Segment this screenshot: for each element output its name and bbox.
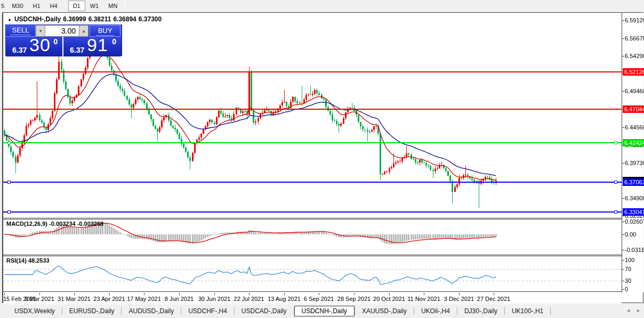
date-label: 11 Nov 2021 <box>405 296 442 302</box>
chart-tab-xauusd-daily[interactable]: XAUUSD-,Daily <box>355 306 414 316</box>
date-label: 30 Jun 2021 <box>196 296 233 302</box>
time-tick-mark <box>109 293 110 295</box>
arrow-up-icon: ▲ <box>82 29 86 34</box>
sell-price-small: 6.37 <box>12 46 27 54</box>
arrow-down-icon: ▼ <box>38 29 43 34</box>
axis-tick-mark <box>622 250 624 250</box>
collapse-arrow-icon[interactable]: ▲ <box>7 17 12 22</box>
buy-price-sup: 0 <box>112 37 116 46</box>
time-tick-mark <box>459 293 460 295</box>
rsi-tick-label: 0 <box>625 286 628 293</box>
axis-tick-mark <box>622 216 624 216</box>
axis-tick-mark <box>622 20 624 21</box>
axis-tick-mark <box>622 234 624 235</box>
price-tick-label: 6.59120 <box>625 17 644 24</box>
chart-tab-usdchf-h4[interactable]: USDCHF-,H4 <box>181 306 234 316</box>
buy-price-display[interactable]: 6.37 91 0 <box>63 37 121 56</box>
chart-tab-usdcnh-daily[interactable]: USDCNH-,Daily <box>294 306 355 316</box>
timeframe-button-m30[interactable]: M30 <box>7 1 28 11</box>
chart-tab-usdx-weekly[interactable]: USDX,Weekly <box>7 306 62 316</box>
rsi-tick-label: 100 <box>625 257 634 264</box>
price-tick-label: 6.34900 <box>625 195 644 202</box>
ohlc-low: 6.36894 <box>113 15 136 23</box>
chart-tab-uk100-h1[interactable]: UK100-,H1 <box>505 306 550 316</box>
buy-price-big: 91 <box>87 35 108 55</box>
time-tick-mark <box>249 293 249 295</box>
price-axis[interactable]: 6.591206.566706.542906.518406.494606.445… <box>622 13 643 292</box>
ohlc-open: 6.36999 <box>63 15 86 23</box>
pane-separator <box>3 291 643 292</box>
axis-tick-mark <box>622 289 624 290</box>
price-tick-label: 6.49460 <box>625 88 644 95</box>
one-click-trading-panel: SELL ▼ ▲ BUY 6.37 30 0 6.37 91 0 <box>5 25 122 56</box>
chart-tab-ukoil-h4[interactable]: UKOil-,H4 <box>414 306 457 316</box>
hline-price-label: 6.42424 <box>623 139 644 146</box>
hline-price-label: 6.33041 <box>623 208 644 216</box>
macd-label: MACD(12,26,9) -0.003234 -0.003268 <box>6 221 103 227</box>
time-tick-mark <box>424 293 424 295</box>
date-label: 20 Oct 2021 <box>371 296 408 302</box>
axis-tick-mark <box>622 38 624 39</box>
date-label: 6 Sep 2021 <box>300 296 337 302</box>
chart-title: ▲USDCNH-,Daily6.369996.382116.368946.373… <box>7 15 164 23</box>
tab-scroll-right-icon[interactable]: ► <box>636 308 641 313</box>
time-tick-mark <box>39 293 40 295</box>
timeframe-button-h4[interactable]: H4 <box>45 1 62 11</box>
macd-tick-label: -0.03187 <box>625 247 644 254</box>
chart-tab-bar: USDX,WeeklyEURUSD-,DailyAUDUSD-,DailyUSD… <box>0 304 644 318</box>
tab-divider <box>550 307 551 315</box>
date-label: 28 Sep 2021 <box>335 296 373 302</box>
hline-price-label: 6.37063 <box>623 178 644 186</box>
toolbar-separator <box>65 2 66 10</box>
sell-price-sup: 0 <box>53 37 58 46</box>
timeframe-toolbar: 5M30H1H4D1W1MN <box>0 0 644 12</box>
date-label: 27 Dec 2021 <box>475 296 512 302</box>
hline-price-label: 6.52126 <box>623 68 644 76</box>
axis-tick-mark <box>622 163 624 164</box>
rsi-tick-label: 70 <box>625 266 631 273</box>
date-label: 3 Dec 2021 <box>440 296 478 302</box>
chart-window: ▲USDCNH-,Daily6.369996.382116.368946.373… <box>2 12 643 303</box>
time-tick-mark <box>144 293 144 295</box>
time-axis[interactable]: 15 Feb 20219 Mar 202131 Mar 202123 Apr 2… <box>3 293 622 303</box>
axis-tick-mark <box>622 269 624 270</box>
rsi-tick-label: 30 <box>625 278 631 284</box>
chart-tab-eurusd-daily[interactable]: EURUSD-,Daily <box>62 306 122 316</box>
chart-tab-dj30-daily[interactable]: DJ30-,Daily <box>457 306 504 316</box>
timeframe-button-d1[interactable]: D1 <box>68 1 85 11</box>
tab-scroll-left-icon[interactable]: ◄ <box>626 308 631 313</box>
date-label: 9 Mar 2021 <box>21 296 58 302</box>
date-label: 17 May 2021 <box>125 296 163 302</box>
time-tick-mark <box>354 293 355 295</box>
price-tick-label: 6.39730 <box>625 160 644 167</box>
time-tick-mark <box>74 293 75 295</box>
sell-price-display[interactable]: 6.37 30 0 <box>6 37 63 56</box>
axis-tick-mark <box>622 56 624 56</box>
chart-tab-usdcad-daily[interactable]: USDCAD-,Daily <box>235 306 294 316</box>
chart-tab-audusd-daily[interactable]: AUDUSD-,Daily <box>122 306 181 316</box>
hline-price-label: 6.47044 <box>623 105 644 113</box>
date-label: 31 Mar 2021 <box>55 296 93 302</box>
time-tick-mark <box>494 293 494 295</box>
timeframe-button-mn[interactable]: MN <box>103 1 122 11</box>
timeframe-button-h1[interactable]: H1 <box>28 1 45 11</box>
macd-tick-label: 0.00 <box>625 231 636 238</box>
axis-tick-mark <box>622 281 624 281</box>
toolbar-separator <box>125 2 125 10</box>
date-label: 8 Jun 2021 <box>160 296 198 302</box>
timeframe-button-5[interactable]: 5 <box>0 1 7 11</box>
date-label: 22 Jul 2021 <box>230 296 268 302</box>
time-tick-mark <box>4 293 5 295</box>
sell-price-big: 30 <box>29 35 51 55</box>
time-tick-mark <box>389 293 390 295</box>
chart-symbol-period: USDCNH-,Daily <box>14 15 61 23</box>
rsi-indicator-pane[interactable] <box>3 256 622 292</box>
axis-tick-mark <box>622 91 624 92</box>
price-tick-label: 6.54290 <box>625 53 644 60</box>
time-tick-mark <box>179 293 180 295</box>
date-label: 23 Apr 2021 <box>91 296 128 302</box>
timeframe-button-w1[interactable]: W1 <box>85 1 104 11</box>
axis-tick-mark <box>622 127 624 128</box>
time-tick-mark <box>319 293 319 295</box>
axis-tick-mark <box>622 198 624 199</box>
